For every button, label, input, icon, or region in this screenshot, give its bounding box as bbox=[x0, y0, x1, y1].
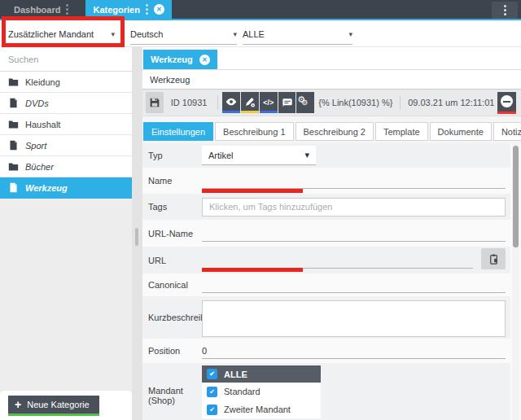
kebab-menu-icon[interactable] bbox=[146, 4, 148, 15]
mandant-dropdown[interactable]: Zusätzlicher Mandant bbox=[8, 24, 115, 45]
scope-dropdown[interactable]: ALLE bbox=[243, 24, 352, 45]
field-label: Tags bbox=[142, 194, 202, 220]
mandant-option-zweiter-mandant[interactable]: Zweiter Mandant bbox=[202, 400, 321, 418]
kebab-menu-icon bbox=[504, 5, 506, 15]
sidebar-item-label: Bücher bbox=[25, 162, 54, 172]
splitter-handle-icon[interactable] bbox=[135, 228, 138, 246]
url-input[interactable] bbox=[202, 252, 473, 269]
file-icon bbox=[8, 98, 19, 108]
doc-tab-label: Werkzeug bbox=[151, 55, 193, 64]
copy-url-button[interactable] bbox=[481, 248, 506, 269]
checkbox-checked-icon[interactable] bbox=[207, 405, 217, 415]
category-editor-panel: Werkzeug ID 10931 bbox=[142, 47, 521, 420]
url-name-input[interactable] bbox=[202, 225, 506, 242]
category-name-input[interactable] bbox=[142, 70, 521, 89]
category-list: Kleidung DVDs Haushalt Sport Bücher Werk… bbox=[0, 72, 132, 199]
floppy-icon bbox=[148, 96, 161, 109]
tab-dashboard-label: Dashboard bbox=[14, 5, 60, 15]
edit-preview-button[interactable] bbox=[241, 92, 259, 113]
new-category-label: Neue Kategorie bbox=[27, 400, 89, 409]
field-label: URL-Name bbox=[142, 220, 202, 247]
form-row-position: Position 0 bbox=[142, 339, 510, 363]
sidebar-item-haushalt[interactable]: Haushalt bbox=[0, 114, 132, 135]
new-category-button[interactable]: Neue Kategorie bbox=[8, 396, 99, 416]
source-code-button[interactable] bbox=[260, 92, 278, 113]
minus-circle-icon bbox=[501, 95, 513, 107]
scrollbar-thumb[interactable] bbox=[513, 146, 519, 247]
chevron-down-icon bbox=[348, 31, 352, 38]
search-input[interactable] bbox=[0, 47, 132, 72]
deactivate-button[interactable] bbox=[497, 92, 516, 114]
doc-tab-werkzeug[interactable]: Werkzeug bbox=[143, 50, 217, 69]
field-label: Name bbox=[142, 168, 202, 194]
kebab-menu-icon[interactable] bbox=[66, 4, 68, 15]
tab-notiz[interactable]: Notiz bbox=[493, 122, 521, 141]
scope-dropdown-value: ALLE bbox=[243, 29, 265, 39]
tab-label: Einstellungen bbox=[151, 127, 205, 137]
file-icon bbox=[8, 140, 19, 151]
sidebar-item-werkzeug[interactable]: Werkzeug bbox=[0, 177, 132, 199]
tab-beschreibung-1[interactable]: Beschreibung 1 bbox=[215, 122, 293, 141]
field-label: Mandant (Shop) bbox=[142, 363, 202, 420]
folder-icon bbox=[8, 161, 19, 172]
preview-button[interactable] bbox=[222, 92, 240, 113]
kurzbeschreibung-textarea[interactable] bbox=[202, 300, 506, 337]
form-row-tags: Tags bbox=[142, 194, 510, 220]
filter-bar: Zusätzlicher Mandant Deutsch ALLE bbox=[0, 22, 521, 47]
sidebar-item-label: Sport bbox=[25, 141, 46, 151]
tab-template[interactable]: Template bbox=[375, 122, 428, 141]
sidebar-item-kleidung[interactable]: Kleidung bbox=[0, 72, 132, 93]
close-doc-tab-icon[interactable] bbox=[199, 55, 210, 65]
tab-einstellungen[interactable]: Einstellungen bbox=[143, 122, 213, 141]
checkbox-checked-icon[interactable] bbox=[207, 369, 217, 379]
position-input[interactable]: 0 bbox=[202, 343, 506, 359]
save-button[interactable] bbox=[146, 92, 164, 113]
name-input[interactable] bbox=[202, 173, 506, 189]
mandant-checkbox-list: ALLE Standard Zweiter Mandant bbox=[202, 365, 321, 418]
tags-input[interactable] bbox=[202, 198, 506, 217]
field-label: Canonical bbox=[142, 273, 202, 296]
form-row-url-name: URL-Name bbox=[142, 220, 510, 247]
form-scrollbar[interactable] bbox=[512, 143, 519, 420]
sidebar-item-dvds[interactable]: DVDs bbox=[0, 93, 132, 114]
sidebar-item-label: Werkzeug bbox=[25, 183, 68, 193]
tab-dashboard[interactable]: Dashboard bbox=[7, 0, 76, 19]
folder-icon bbox=[8, 77, 19, 87]
tab-label: Notiz bbox=[501, 127, 521, 137]
tab-label: Dokumente bbox=[438, 127, 484, 137]
panel-splitter[interactable] bbox=[132, 47, 142, 420]
red-annotation-underline bbox=[202, 189, 303, 193]
topbar-overflow-button[interactable] bbox=[492, 2, 518, 19]
sidebar-item-label: Haushalt bbox=[25, 120, 60, 129]
comments-button[interactable] bbox=[278, 92, 296, 113]
field-label: URL bbox=[142, 247, 202, 273]
tab-label: Template bbox=[383, 127, 420, 137]
typ-select[interactable]: Artikel bbox=[202, 146, 316, 165]
eye-icon bbox=[225, 95, 238, 108]
form-row-typ: Typ Artikel bbox=[142, 143, 510, 168]
tab-dokumente[interactable]: Dokumente bbox=[430, 122, 492, 141]
form-row-mandant: Mandant (Shop) ALLE Standard bbox=[142, 363, 510, 420]
checkbox-checked-icon[interactable] bbox=[207, 387, 217, 397]
sidebar-item-buecher[interactable]: Bücher bbox=[0, 156, 132, 177]
category-sidebar: Kleidung DVDs Haushalt Sport Bücher Werk… bbox=[0, 47, 132, 420]
settings-form: Typ Artikel Name bbox=[142, 143, 521, 420]
close-tab-icon[interactable] bbox=[154, 4, 164, 15]
form-row-url: URL bbox=[142, 247, 510, 273]
file-icon bbox=[8, 182, 19, 193]
field-label: Kurzbeschreibung bbox=[142, 296, 202, 339]
document-tabbar: Werkzeug bbox=[142, 47, 521, 70]
chevron-down-icon bbox=[111, 31, 115, 38]
chat-icon bbox=[281, 96, 294, 109]
tab-kategorien-label: Kategorien bbox=[93, 5, 139, 15]
sidebar-item-sport[interactable]: Sport bbox=[0, 135, 132, 156]
mandant-option-standard[interactable]: Standard bbox=[202, 383, 321, 400]
clipboard-icon bbox=[488, 253, 500, 265]
mandant-option-alle[interactable]: ALLE bbox=[202, 365, 321, 383]
tab-kategorien[interactable]: Kategorien bbox=[85, 0, 171, 19]
language-dropdown-value: Deutsch bbox=[130, 29, 163, 39]
settings-button[interactable] bbox=[296, 92, 314, 113]
canonical-input[interactable] bbox=[202, 277, 506, 293]
tab-beschreibung-2[interactable]: Beschreibung 2 bbox=[296, 122, 374, 141]
language-dropdown[interactable]: Deutsch bbox=[130, 24, 237, 45]
